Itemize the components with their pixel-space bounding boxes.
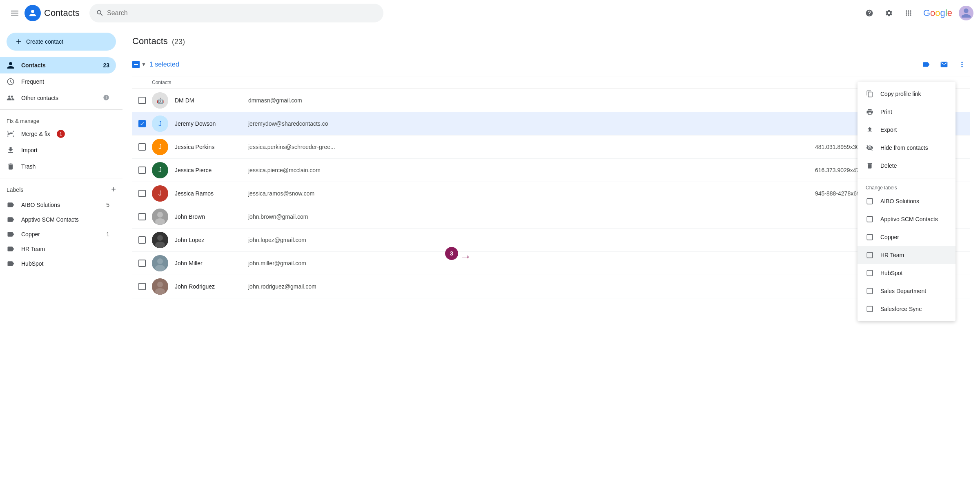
table-row[interactable]: J Jessica Pierce jessica.pierce@mcclain.… bbox=[132, 159, 970, 182]
avatar-john-brown bbox=[152, 209, 168, 225]
contact-name-6: John Brown bbox=[175, 213, 248, 220]
search-input[interactable] bbox=[107, 9, 377, 17]
table-row[interactable]: J Jessica Ramos jessica.ramos@snow.com 9… bbox=[132, 182, 970, 205]
menu-label-sales[interactable]: Sales Department bbox=[858, 282, 956, 300]
menu-label-hr-team[interactable]: HR Team bbox=[858, 246, 956, 264]
sidebar-label-copper[interactable]: Copper 1 bbox=[0, 227, 116, 242]
avatar-john-rodriguez bbox=[152, 278, 168, 295]
other-contacts-nav-icon bbox=[7, 94, 15, 102]
print-icon bbox=[866, 108, 874, 116]
search-box[interactable] bbox=[89, 4, 383, 22]
user-avatar[interactable] bbox=[959, 6, 973, 20]
hide-label: Hide from contacts bbox=[880, 144, 928, 151]
row-checkbox-6[interactable] bbox=[132, 213, 152, 220]
contact-name-9: John Rodriguez bbox=[175, 283, 248, 290]
menu-label-apptivo[interactable]: Apptivo SCM Contacts bbox=[858, 210, 956, 228]
sidebar-item-import[interactable]: Import bbox=[0, 142, 116, 158]
table-row[interactable]: 🤖 DM DM dmmasn@gmail.com bbox=[132, 89, 970, 112]
table-row[interactable]: J Jeremy Dowson jeremydow@sharedcontacts… bbox=[132, 112, 970, 135]
more-actions-button[interactable] bbox=[954, 56, 970, 73]
row-checkbox-9[interactable] bbox=[132, 283, 152, 290]
apps-icon[interactable] bbox=[900, 5, 917, 21]
menu-item-print[interactable]: Print bbox=[858, 103, 956, 121]
label-icon bbox=[7, 201, 15, 209]
menu-item-delete[interactable]: Delete bbox=[858, 157, 956, 175]
menu-item-hide[interactable]: Hide from contacts bbox=[858, 139, 956, 157]
row-checkbox-7[interactable] bbox=[132, 236, 152, 244]
svg-point-8 bbox=[157, 212, 163, 218]
contact-name-8: John Miller bbox=[175, 260, 248, 267]
table-row[interactable]: John Rodriguez john.rodriguez@gmail.com … bbox=[132, 275, 970, 298]
contact-email-3: jessica.perkins@schroeder-gree... bbox=[248, 144, 815, 150]
email-action-icon[interactable] bbox=[936, 56, 952, 73]
label-apptivo-menu-label: Apptivo SCM Contacts bbox=[880, 216, 938, 222]
table-row[interactable]: J Jessica Perkins jessica.perkins@schroe… bbox=[132, 135, 970, 159]
menu-label-copper[interactable]: Copper bbox=[858, 228, 956, 246]
add-label-button[interactable]: + bbox=[111, 185, 116, 194]
info-icon bbox=[103, 94, 109, 102]
table-row[interactable]: John Miller john.miller@gmail.com +13474… bbox=[132, 252, 970, 275]
table-row[interactable]: John Lopez john.lopez@gmail.com +1-119-3… bbox=[132, 229, 970, 252]
menu-item-export[interactable]: Export bbox=[858, 121, 956, 139]
sidebar-item-other-contacts[interactable]: Other contacts bbox=[0, 90, 116, 106]
settings-icon[interactable] bbox=[881, 5, 897, 21]
menu-label-hubspot[interactable]: HubSpot bbox=[858, 264, 956, 282]
sidebar-label-apptivo[interactable]: Apptivo SCM Contacts bbox=[0, 212, 116, 227]
select-all-checkbox[interactable] bbox=[132, 61, 140, 68]
avatar-jeremy: J bbox=[152, 116, 168, 132]
svg-rect-24 bbox=[867, 288, 873, 294]
contact-name-4: Jessica Pierce bbox=[175, 167, 248, 173]
contact-name-2: Jeremy Dowson bbox=[175, 120, 248, 127]
add-icon bbox=[15, 38, 23, 46]
export-icon bbox=[866, 126, 874, 134]
contact-name-5: Jessica Ramos bbox=[175, 190, 248, 197]
menu-label-salesforce[interactable]: Salesforce Sync bbox=[858, 300, 956, 318]
label-copper-count: 1 bbox=[106, 231, 109, 238]
step-arrow: → bbox=[460, 250, 471, 263]
context-menu: Copy profile link Print Export Hide from… bbox=[858, 82, 956, 321]
label-copper-menu-label: Copper bbox=[880, 234, 899, 240]
row-checkbox-3[interactable] bbox=[132, 143, 152, 151]
label-action-icon[interactable] bbox=[918, 56, 934, 73]
menu-item-copy-profile[interactable]: Copy profile link bbox=[858, 85, 956, 103]
sidebar-label-hubspot[interactable]: HubSpot bbox=[0, 256, 116, 271]
sidebar-label-hr-team[interactable]: HR Team bbox=[0, 242, 116, 256]
sidebar-item-frequent[interactable]: Frequent bbox=[0, 73, 116, 90]
sidebar-item-merge[interactable]: Merge & fix 1 bbox=[0, 126, 116, 142]
row-checkbox-5[interactable] bbox=[132, 190, 152, 197]
row-checkbox-8[interactable] bbox=[132, 260, 152, 267]
trash-nav-label: Trash bbox=[21, 163, 36, 170]
search-icon bbox=[96, 9, 104, 17]
frequent-nav-label: Frequent bbox=[21, 78, 44, 85]
menu-divider bbox=[858, 178, 956, 178]
sidebar-item-contacts[interactable]: Contacts 23 bbox=[0, 57, 116, 73]
row-checkbox-1[interactable] bbox=[132, 97, 152, 104]
label-checkbox-hr bbox=[866, 251, 874, 259]
menu-icon[interactable] bbox=[7, 5, 23, 21]
table-row[interactable]: John Brown john.brown@gmail.com +1445346… bbox=[132, 205, 970, 229]
contact-name-7: John Lopez bbox=[175, 237, 248, 243]
label-checkbox-aibo bbox=[866, 197, 874, 205]
checkbox-dropdown-arrow[interactable]: ▼ bbox=[141, 62, 146, 67]
checkbox-unchecked bbox=[138, 236, 146, 244]
svg-point-11 bbox=[157, 235, 163, 241]
page-title: Contacts (23) bbox=[132, 36, 970, 47]
checkbox-unchecked bbox=[138, 283, 146, 290]
svg-point-15 bbox=[155, 265, 165, 271]
sidebar: Create contact Contacts 23 Frequent Othe… bbox=[0, 26, 122, 502]
help-icon[interactable] bbox=[861, 5, 878, 21]
label-icon bbox=[7, 260, 15, 268]
contacts-count: (23) bbox=[172, 38, 185, 46]
row-checkbox-4[interactable] bbox=[132, 167, 152, 174]
sidebar-item-trash[interactable]: Trash bbox=[0, 158, 116, 175]
delete-label: Delete bbox=[880, 162, 897, 169]
sidebar-label-aibo[interactable]: AIBO Solutions 5 bbox=[0, 198, 116, 212]
avatar-john-lopez bbox=[152, 232, 168, 248]
merge-icon bbox=[7, 130, 15, 138]
create-contact-button[interactable]: Create contact bbox=[7, 33, 116, 51]
menu-label-aibo[interactable]: AIBO Solutions bbox=[858, 192, 956, 210]
checkbox-area: ▼ bbox=[132, 61, 146, 68]
row-checkbox-2[interactable] bbox=[132, 120, 152, 127]
contact-email-2: jeremydow@sharedcontacts.co bbox=[248, 120, 889, 127]
search-area bbox=[89, 4, 383, 22]
